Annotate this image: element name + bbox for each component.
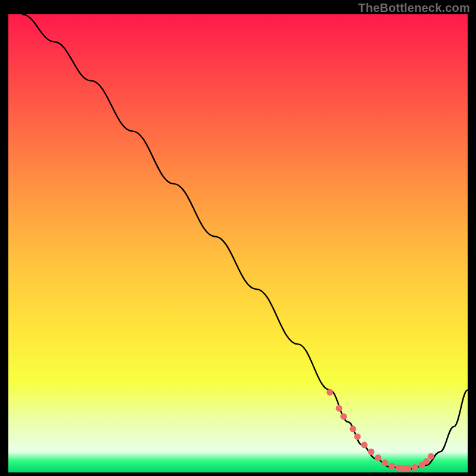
marker-dot [350,425,356,432]
marker-dot [412,464,418,471]
chart-frame [8,14,468,472]
marker-dot [327,389,333,396]
marker-dot [354,433,361,440]
marker-dot [368,449,374,455]
marker-dot [375,455,381,461]
gradient-background [8,14,468,472]
marker-dot [428,453,434,460]
marker-dot [389,463,395,469]
marker-dot [340,414,347,420]
chart-svg [8,14,468,472]
marker-dot [405,465,411,472]
marker-dot [361,441,368,448]
watermark-text: TheBottleneck.com [358,1,470,15]
marker-dot [336,405,342,412]
marker-dot [423,458,430,465]
marker-dot [382,459,389,466]
